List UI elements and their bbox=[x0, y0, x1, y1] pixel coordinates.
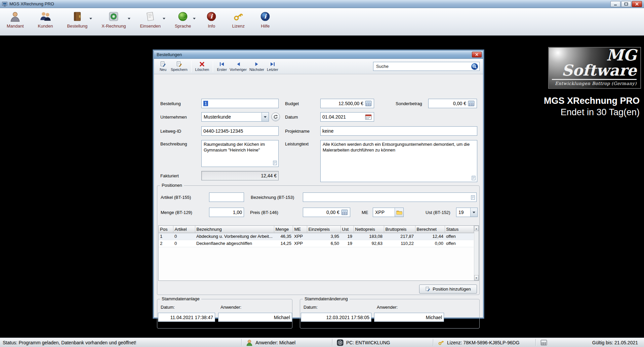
budget-label: Budget bbox=[285, 101, 299, 106]
last-record-button[interactable]: Letzter bbox=[266, 59, 280, 73]
add-position-button[interactable]: Position hinzufügen bbox=[419, 285, 477, 294]
column-header-ust[interactable]: Ust bbox=[340, 226, 354, 233]
calculator-icon[interactable] bbox=[468, 100, 475, 107]
bezeichnung-input[interactable] bbox=[303, 192, 477, 202]
previous-record-button[interactable]: Vorheriger bbox=[228, 59, 248, 73]
save-button-label: Speichern bbox=[171, 68, 188, 72]
statusbar-separator bbox=[433, 339, 433, 346]
minimize-button[interactable] bbox=[610, 1, 620, 7]
next-record-button[interactable]: Nächster bbox=[248, 59, 266, 73]
toolbar-item-mandant[interactable]: Mandant bbox=[4, 10, 28, 29]
preis-input[interactable]: 0,00 € bbox=[303, 208, 350, 217]
company-logo: MG Software Entwicklungen Bottrop (Germa… bbox=[548, 47, 641, 89]
menge-label: Menge (BT-129) bbox=[161, 210, 192, 215]
chevron-down-icon[interactable] bbox=[470, 208, 477, 217]
toolbar-item-einsenden[interactable]: Einsenden bbox=[137, 10, 164, 29]
leistungtext-label: Leistungtext bbox=[285, 141, 309, 146]
memo-editor-icon[interactable] bbox=[273, 161, 277, 165]
budget-input[interactable]: 12.500,00 € bbox=[320, 99, 374, 108]
logo-subtitle: Entwicklungen Bottrop (Germany) bbox=[552, 81, 637, 86]
menge-input[interactable]: 1,00 bbox=[209, 208, 244, 217]
sonderbetrag-input[interactable]: 0,00 € bbox=[428, 99, 477, 108]
table-cell: 92,63 bbox=[354, 240, 384, 247]
datum-input[interactable]: 01.04.2021 bbox=[320, 112, 374, 122]
ust-select[interactable]: 19 bbox=[456, 208, 478, 217]
table-row[interactable]: 10Abdeckung u. Vorbereitung der Arbeit..… bbox=[159, 233, 474, 240]
scroll-down-icon[interactable]: ▼ bbox=[474, 275, 479, 280]
column-header-pos[interactable]: Pos bbox=[159, 226, 173, 233]
column-header-bezeichnung[interactable]: Bezeichnung bbox=[195, 226, 274, 233]
toolbar-item-sprache[interactable]: Sprache bbox=[172, 10, 195, 29]
column-header-einzelpreis[interactable]: Einzelpreis bbox=[307, 226, 340, 233]
leitweg-value: 0440-12345-12345 bbox=[203, 128, 277, 134]
toolbar-item-lizenz[interactable]: Lizenz bbox=[229, 10, 249, 29]
toolbar-item-info[interactable]: iInfo bbox=[202, 10, 222, 29]
column-header-berechnet[interactable]: Berechnet bbox=[415, 226, 445, 233]
column-header-menge[interactable]: Menge bbox=[274, 226, 293, 233]
grid-scrollbar[interactable]: ▲ ▼ bbox=[474, 226, 479, 280]
positionen-title: Positionen bbox=[160, 183, 184, 188]
toolbar-item-label: Sprache bbox=[175, 24, 191, 29]
anlage-datum-label: Datum: bbox=[161, 305, 175, 310]
anlage-anwender-value: Michael bbox=[220, 315, 290, 320]
chevron-down-icon[interactable] bbox=[261, 113, 269, 121]
memo-editor-icon[interactable] bbox=[471, 195, 475, 200]
chevron-down-icon[interactable] bbox=[163, 18, 165, 19]
memo-editor-icon[interactable] bbox=[471, 176, 476, 180]
bestellungen-body: Neu Speichern Löschen Erster bbox=[154, 59, 483, 317]
column-header-me[interactable]: ME bbox=[293, 226, 307, 233]
calendar-icon[interactable] bbox=[365, 114, 372, 120]
table-cell: 19 bbox=[340, 240, 354, 247]
delete-button[interactable]: Löschen bbox=[194, 59, 211, 73]
toolbar-item-kunden[interactable]: Kunden bbox=[35, 10, 57, 29]
projektname-value: keine bbox=[322, 128, 475, 134]
toolbar-item-label: Mandant bbox=[7, 24, 24, 29]
chevron-down-icon[interactable] bbox=[128, 18, 130, 19]
new-button[interactable]: Neu bbox=[157, 59, 169, 73]
first-record-label: Erster bbox=[217, 68, 227, 72]
maximize-button[interactable] bbox=[621, 1, 631, 7]
save-button[interactable]: Speichern bbox=[169, 59, 189, 73]
bestellungen-close-button[interactable] bbox=[472, 52, 482, 57]
bestellungen-titlebar[interactable]: Bestellungen bbox=[154, 51, 483, 59]
mandant-icon bbox=[9, 11, 21, 22]
logo-text-mg: MG bbox=[552, 47, 637, 63]
anlage-anwender-label: Anwender: bbox=[220, 305, 241, 310]
next-record-icon bbox=[254, 61, 260, 67]
statusbar-separator bbox=[332, 339, 332, 346]
column-header-artikel[interactable]: Artikel bbox=[173, 226, 195, 233]
table-row[interactable]: 20Deckenflaeche abgeschliffen14,25XPP6,5… bbox=[159, 240, 474, 247]
toolbar-item-x-rechnung[interactable]: X-Rechnung bbox=[99, 10, 130, 29]
refresh-customers-button[interactable] bbox=[271, 113, 280, 121]
me-input[interactable]: XPP bbox=[373, 208, 404, 217]
bestellung-input[interactable]: 1 bbox=[201, 99, 279, 108]
search-icon bbox=[471, 63, 478, 70]
statusbar-pc: PC: ENTWICKLUNG bbox=[337, 338, 390, 347]
table-cell: offen bbox=[445, 233, 474, 240]
stammdatenaenderung-title: Stammdatenänderung bbox=[303, 296, 350, 301]
toolbar-item-hilfe[interactable]: iHilfe bbox=[256, 10, 276, 29]
unternehmen-select[interactable]: Musterkunde bbox=[201, 112, 269, 122]
table-cell: Deckenflaeche abgeschliffen bbox=[195, 240, 274, 247]
column-header-nettopreis[interactable]: Nettopreis bbox=[354, 226, 384, 233]
beschreibung-textarea[interactable]: Raumgestaltung der Küchen im Gymnasium "… bbox=[201, 140, 279, 167]
table-cell: Abdeckung u. Vorbereitung der Arbeit... bbox=[195, 233, 274, 240]
calculator-icon[interactable] bbox=[365, 100, 372, 107]
folder-browse-button[interactable] bbox=[395, 208, 403, 217]
statusbar-calculator bbox=[540, 338, 547, 347]
chevron-down-icon[interactable] bbox=[193, 18, 196, 19]
chevron-down-icon[interactable] bbox=[89, 18, 92, 19]
scroll-up-icon[interactable]: ▲ bbox=[474, 226, 479, 231]
artikel-input[interactable] bbox=[209, 192, 244, 202]
close-button[interactable] bbox=[632, 1, 642, 7]
first-record-button[interactable]: Erster bbox=[215, 59, 228, 73]
search-input[interactable] bbox=[376, 64, 471, 69]
calculator-icon[interactable] bbox=[341, 209, 348, 216]
toolbar-item-bestellung[interactable]: Bestellung bbox=[64, 10, 91, 29]
search-button[interactable] bbox=[471, 63, 478, 70]
column-header-status[interactable]: Status bbox=[445, 226, 474, 233]
leistungtext-textarea[interactable]: Alle Küchen werden durch ein Entsorgungs… bbox=[320, 140, 477, 182]
leitweg-input[interactable]: 0440-12345-12345 bbox=[201, 126, 279, 136]
column-header-bruttopreis[interactable]: Bruttopreis bbox=[384, 226, 415, 233]
projektname-input[interactable]: keine bbox=[320, 126, 477, 136]
